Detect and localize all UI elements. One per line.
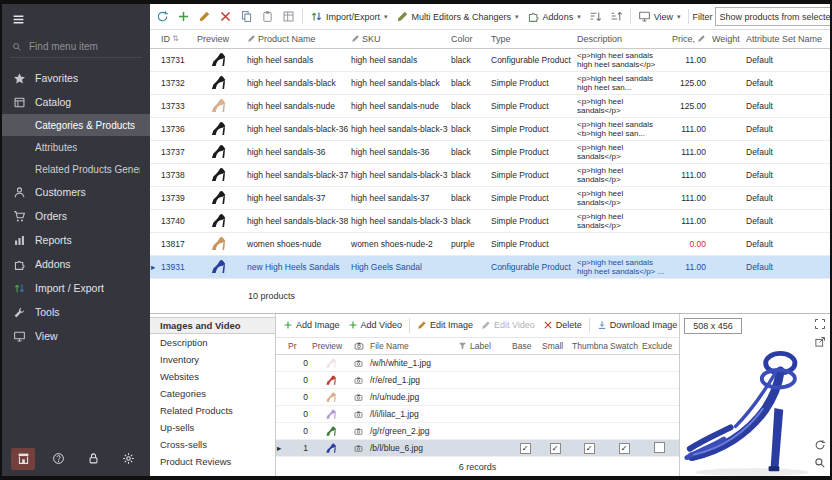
column-header-sku[interactable]: SKU [348, 30, 448, 48]
column-header-small[interactable]: Small [540, 338, 570, 355]
refresh-button[interactable] [153, 8, 172, 25]
tab-cross-sells[interactable]: Cross-sells [150, 436, 275, 453]
hamburger-menu-icon[interactable] [12, 13, 25, 26]
row-marker [276, 389, 286, 406]
add-image-button[interactable]: Add Image [280, 318, 343, 332]
list-item[interactable]: 0 /g/r/green_2.jpg [276, 423, 679, 440]
column-header-pr[interactable]: Pr [286, 338, 310, 355]
table-row[interactable]: ▸ 13931 new High Heels Sandals High Geel… [150, 255, 830, 278]
sidebar-item-addons[interactable]: Addons [2, 252, 150, 276]
store-button[interactable] [11, 448, 35, 470]
tab-up-sells[interactable]: Up-sells [150, 419, 275, 436]
delete-product-button[interactable] [216, 8, 235, 25]
sidebar-item-related-products-generator[interactable]: Related Products Generator [2, 158, 150, 180]
table-row[interactable]: 13731 high heel sandals high heel sandal… [150, 48, 830, 71]
addons-dropdown[interactable]: Addons [524, 8, 584, 25]
column-header-price[interactable]: Price, [669, 30, 709, 48]
list-item[interactable]: ▸ 1 /b/l/blue_6.jpg [276, 440, 679, 457]
cell-description: <p>high heel sandals <b>high heel san... [577, 120, 666, 138]
fullscreen-icon[interactable] [814, 318, 826, 330]
table-row[interactable]: 13733 high heel sandals-nude high heel s… [150, 94, 830, 117]
swatch-checkbox[interactable] [619, 443, 630, 454]
columns-button[interactable] [279, 8, 298, 25]
list-item[interactable]: 0 /l/i/lilac_1.jpg [276, 406, 679, 423]
table-row[interactable]: 13736 high heel sandals-black-36 high he… [150, 117, 830, 140]
sidebar-item-reports[interactable]: Reports [2, 228, 150, 252]
table-row[interactable]: 13739 high heel sandals-37 high heel san… [150, 186, 830, 209]
list-item[interactable]: 0 /w/h/white_1.jpg [276, 355, 679, 372]
column-header-type[interactable]: Type [488, 30, 574, 48]
sidebar-item-categories-products[interactable]: Categories & Products [2, 114, 150, 136]
column-header-weight[interactable]: Weight [709, 30, 743, 48]
cell-preview [194, 232, 244, 255]
zoom-icon[interactable] [814, 457, 826, 469]
sidebar-item-favorites[interactable]: Favorites [2, 66, 150, 90]
column-header-product-name[interactable]: Product Name [244, 30, 348, 48]
import-export-dropdown[interactable]: Import/Export [307, 8, 391, 25]
rotate-icon[interactable] [814, 439, 826, 451]
tab-product-reviews[interactable]: Product Reviews [150, 453, 275, 470]
paste-button[interactable] [258, 8, 277, 25]
column-header-id[interactable]: ID⇅ [158, 30, 194, 48]
column-header-swatch[interactable]: Swatch [608, 338, 640, 355]
settings-button[interactable] [117, 448, 141, 470]
column-header-description[interactable]: Description [574, 30, 669, 48]
plus-icon [283, 320, 293, 330]
open-external-icon[interactable] [814, 336, 826, 348]
thumbnail-checkbox[interactable] [584, 443, 595, 454]
copy-button[interactable] [237, 8, 256, 25]
small-checkbox[interactable] [550, 443, 561, 454]
list-item[interactable]: 0 /r/e/red_1.jpg [276, 372, 679, 389]
tab-websites[interactable]: Websites [150, 368, 275, 385]
table-row[interactable]: 13817 women shoes-nude women shoes-nude-… [150, 232, 830, 255]
column-header-attribute-set[interactable]: Attribute Set Name [743, 30, 830, 48]
column-header-thumbnail[interactable]: Thumbna [570, 338, 608, 355]
download-image-button[interactable]: Download Image [594, 318, 679, 332]
exclude-checkbox[interactable] [654, 442, 665, 453]
column-header-preview[interactable]: Preview [194, 30, 244, 48]
edit-image-button[interactable]: Edit Image [414, 318, 476, 332]
multi-editors-dropdown[interactable]: Multi Editors & Changers [393, 8, 522, 25]
view-dropdown[interactable]: View [635, 8, 684, 25]
tab-related-products[interactable]: Related Products [150, 402, 275, 419]
filter-column-header[interactable] [456, 338, 468, 355]
sidebar-item-view[interactable]: View [2, 324, 150, 348]
table-row[interactable]: 13737 high heel sandals-36 high heel san… [150, 140, 830, 163]
add-video-button[interactable]: Add Video [345, 318, 405, 332]
sidebar-item-attributes[interactable]: Attributes [2, 136, 150, 158]
column-header-label[interactable]: Label [468, 338, 510, 355]
sidebar-search[interactable]: Find menu item [10, 36, 142, 58]
list-item[interactable]: 0 /n/u/nude.jpg [276, 389, 679, 406]
column-header-exclude[interactable]: Exclude [640, 338, 679, 355]
sidebar-item-tools[interactable]: Tools [2, 300, 150, 324]
edit-video-button[interactable]: Edit Video [478, 318, 538, 332]
table-row[interactable]: 13732 high heel sandals-black high heel … [150, 71, 830, 94]
delete-image-button[interactable]: Delete [540, 318, 585, 332]
edit-product-button[interactable] [195, 8, 214, 25]
lock-button[interactable] [82, 448, 106, 470]
base-checkbox[interactable] [520, 443, 531, 454]
sort-descending-button[interactable] [607, 8, 626, 25]
help-button[interactable] [46, 448, 70, 470]
column-header-file-name[interactable]: File Name [368, 338, 456, 355]
image-size-box[interactable]: 508 x 456 [684, 318, 742, 334]
column-header-preview[interactable]: Preview [310, 338, 352, 355]
tab-categories[interactable]: Categories [150, 385, 275, 402]
sort-ascending-button[interactable] [586, 8, 605, 25]
column-header-base[interactable]: Base [510, 338, 540, 355]
sidebar-item-orders[interactable]: Orders [2, 204, 150, 228]
table-row[interactable]: 13740 high heel sandals-black-38 high he… [150, 209, 830, 232]
cell-thumbnail [570, 440, 608, 457]
sidebar-item-import-export[interactable]: Import / Export [2, 276, 150, 300]
sidebar-item-catalog[interactable]: Catalog [2, 90, 150, 114]
tab-description[interactable]: Description [150, 334, 275, 351]
column-header-color[interactable]: Color [448, 30, 488, 48]
tab-images-and-video[interactable]: Images and Video [150, 317, 275, 334]
table-row[interactable]: 13738 high heel sandals-black-37 high he… [150, 163, 830, 186]
row-marker [276, 355, 286, 372]
add-product-button[interactable] [174, 8, 193, 25]
filter-select[interactable]: Show products from selected categories [715, 7, 830, 26]
cell-label [468, 355, 510, 372]
tab-inventory[interactable]: Inventory [150, 351, 275, 368]
sidebar-item-customers[interactable]: Customers [2, 180, 150, 204]
